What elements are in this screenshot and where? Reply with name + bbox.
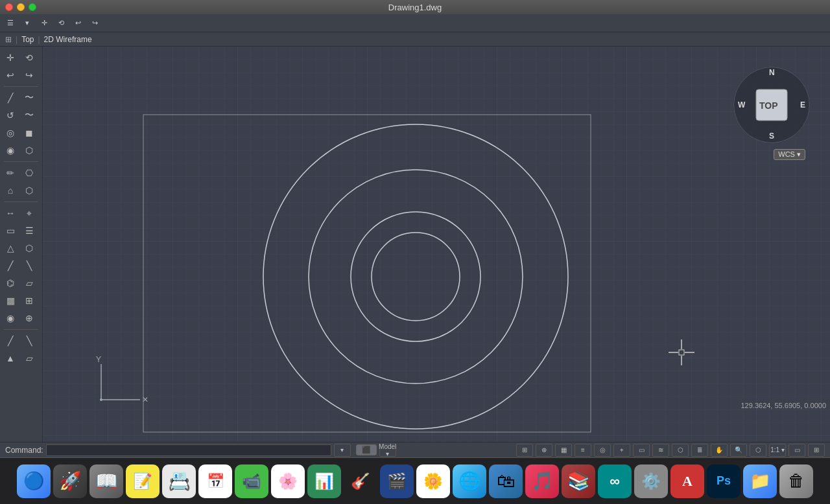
undo-button[interactable]: ↩ [70, 16, 86, 30]
maximize-button[interactable] [29, 3, 36, 11]
status-btn-9[interactable]: ⬡ [672, 444, 689, 457]
svg-rect-1 [43, 47, 830, 442]
extend-tool[interactable]: ⬡ [20, 240, 38, 257]
workspace-toggle[interactable]: ⊞ [808, 444, 825, 457]
copy-tool[interactable]: ▦ [1, 292, 19, 309]
pan-tool[interactable]: ⟲ [20, 49, 38, 66]
left-toolbar: ✛ ⟲ ↩ ↪ ╱ 〜 ↺ 〜 ◎ ◼ ◉ ⬡ [0, 47, 43, 442]
scale-tool[interactable]: ▭ [1, 222, 19, 239]
new-button[interactable]: ✛ [36, 16, 52, 30]
offset-tool[interactable]: ⌬ [1, 275, 19, 292]
annotation-scale[interactable]: ▭ [788, 444, 805, 457]
status-btn-5[interactable]: ◎ [594, 444, 611, 457]
rect-tool[interactable]: ◼ [20, 124, 38, 141]
titlebar: Drawing1.dwg [0, 0, 830, 14]
dock-numbers[interactable]: 📊 [307, 464, 341, 498]
dock-photoshop[interactable]: Ps [707, 464, 741, 498]
dock-music[interactable]: 🎵 [525, 464, 559, 498]
status-btn-8[interactable]: ≋ [652, 444, 669, 457]
zoom-status[interactable]: 🔍 [730, 444, 747, 457]
menu-button[interactable]: ☰ [3, 16, 18, 30]
move-tool[interactable]: ↔ [1, 205, 19, 222]
status-btn-4[interactable]: ≡ [575, 444, 591, 457]
polyline-tool[interactable]: 〜 [20, 89, 38, 106]
text-tool[interactable]: ✏ [1, 165, 19, 181]
dock-appstore[interactable]: 🛍 [489, 464, 523, 498]
circle-tool[interactable]: ◎ [1, 124, 19, 141]
dimension-tool[interactable]: ⌂ [1, 182, 19, 199]
status-btn-6[interactable]: ⌖ [613, 444, 630, 457]
dock-arduino[interactable]: ∞ [598, 464, 632, 498]
arc-tool[interactable]: ↺ [1, 107, 19, 124]
dock-launchpad[interactable]: 🚀 [53, 464, 87, 498]
zoom-tool[interactable]: ▲ [1, 350, 19, 367]
measure-tool[interactable]: ╱ [1, 332, 19, 349]
model-tab-area: ⬛ Model ▾ [356, 444, 396, 457]
properties-tool[interactable]: ⊕ [20, 310, 38, 326]
minimize-button[interactable] [17, 3, 25, 11]
hatch-tool[interactable]: ⎔ [20, 165, 38, 181]
svg-point-6 [372, 233, 460, 321]
redo-tool[interactable]: ↪ [20, 67, 38, 84]
dock-calendar[interactable]: 📅 [198, 464, 232, 498]
model-tab[interactable]: ⬛ [356, 444, 377, 455]
dock-safari-reader[interactable]: 📖 [89, 464, 123, 498]
dock-contacts[interactable]: 📇 [162, 464, 196, 498]
dock-books[interactable]: 📚 [562, 464, 595, 498]
undo-tool[interactable]: ↩ [1, 67, 19, 84]
rotate-tool[interactable]: ⌖ [20, 205, 38, 222]
svg-point-11 [100, 398, 102, 401]
trim-tool[interactable]: △ [1, 240, 19, 257]
viewport[interactable]: Y ✕ [43, 47, 830, 442]
line-tool[interactable]: ╱ [1, 89, 19, 106]
block-tool[interactable]: ⊞ [20, 292, 38, 309]
redo-button[interactable]: ↪ [87, 16, 102, 30]
dock-autocad[interactable]: A [670, 464, 704, 498]
polygon-tool[interactable]: ⬡ [20, 142, 38, 159]
status-btn-3[interactable]: ▦ [555, 444, 572, 457]
dock-facetime[interactable]: 📹 [235, 464, 268, 498]
dock-trash[interactable]: 🗑 [779, 464, 813, 498]
array-tool[interactable]: ▱ [20, 275, 38, 292]
hand-tool[interactable]: ✋ [711, 444, 728, 457]
ellipse-tool[interactable]: ◉ [1, 142, 19, 159]
dock-photos[interactable]: 🌸 [271, 464, 305, 498]
command-label: Command: [5, 446, 43, 455]
dock-safari[interactable]: 🌐 [453, 464, 486, 498]
status-btn-7[interactable]: ▭ [633, 444, 650, 457]
command-dropdown[interactable]: ▾ [334, 444, 351, 457]
viewport-indicator: ⊞ [5, 35, 12, 44]
dock-garageband[interactable]: 🎸 [344, 464, 377, 498]
view-tool[interactable]: ▱ [20, 350, 38, 367]
3d-toggle[interactable]: ⬡ [750, 444, 766, 457]
open-button[interactable]: ⟲ [53, 16, 69, 30]
status-btn-1[interactable]: ⊞ [516, 444, 533, 457]
leader-tool[interactable]: ⬡ [20, 182, 38, 199]
svg-text:S: S [769, 132, 774, 141]
mirror-tool[interactable]: ☰ [20, 222, 38, 239]
layer-tool[interactable]: ◉ [1, 310, 19, 326]
curve-tool[interactable]: 〜 [20, 107, 38, 124]
dock-folder[interactable]: 📁 [743, 464, 777, 498]
select-tool[interactable]: ✛ [1, 49, 19, 66]
svg-rect-16 [679, 350, 684, 355]
dock-imovie[interactable]: 🎬 [380, 464, 414, 498]
scale-display[interactable]: 1:1 ▾ [769, 444, 786, 457]
close-button[interactable] [5, 3, 13, 11]
status-btn-2[interactable]: ⊕ [536, 444, 552, 457]
dock-photos2[interactable]: 🌼 [416, 464, 450, 498]
dropdown-button[interactable]: ▾ [19, 16, 35, 30]
model-btn[interactable]: Model ▾ [379, 444, 396, 457]
wcs-dropdown[interactable]: WCS ▾ [774, 149, 805, 160]
fillet-tool[interactable]: ╱ [1, 257, 19, 274]
command-input[interactable] [46, 444, 331, 456]
snap-tool[interactable]: ╲ [20, 332, 38, 349]
dock-finder[interactable]: 🔵 [17, 464, 51, 498]
svg-text:W: W [738, 100, 746, 109]
dock-notes[interactable]: 📝 [126, 464, 160, 498]
status-btn-10[interactable]: ≣ [691, 444, 708, 457]
dock-system-prefs[interactable]: ⚙️ [634, 464, 668, 498]
view-name: Top [21, 35, 34, 44]
chamfer-tool[interactable]: ╲ [20, 257, 38, 274]
command-area: Command: ▾ [5, 444, 351, 457]
